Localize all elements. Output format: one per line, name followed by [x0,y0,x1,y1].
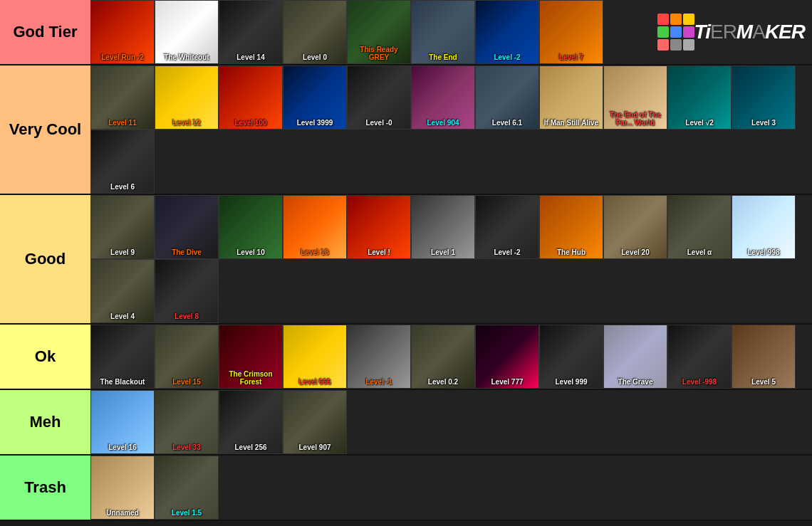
tier-item[interactable]: Level 100 [219,65,283,130]
tier-row-good: GoodLevel 9The DiveLevel 10Level 13Level… [0,195,812,325]
tier-item[interactable]: The Crimson Forest [219,325,283,389]
tier-item[interactable]: Level 14 [219,0,283,64]
tier-item[interactable]: Level 0 [283,0,347,64]
tier-item[interactable]: The End [411,0,475,64]
tier-items-ok: The BlackoutLevel 15The Crimson ForestLe… [90,325,812,389]
tier-label-trash: Trash [0,456,90,520]
tiermaker-logo: TiERMAKER [603,0,812,64]
tier-item[interactable]: Level 998 [732,195,796,259]
tier-row-ok: OkThe BlackoutLevel 15The Crimson Forest… [0,325,812,390]
tier-item[interactable]: Level 10 [219,195,283,259]
tier-row-meh: MehLevel 16Level 33Level 256Level 907 [0,390,812,456]
tier-item[interactable]: Level -2 [475,0,539,64]
tier-items-god: Level Run -2The WhiteoutLevel 14Level 0T… [90,0,812,64]
tier-item[interactable]: Level 12 [155,65,219,130]
tier-item[interactable]: Level 20 [603,195,667,259]
tier-item[interactable]: The Hub [539,195,603,259]
tier-label-meh: Meh [0,390,90,454]
tier-label-verycool: Very Cool [0,65,90,194]
app: God TierLevel Run -2The WhiteoutLevel 14… [0,0,812,521]
tier-item[interactable]: Level 3999 [283,65,347,130]
tier-items-trash: UnnamedLevel 1.5 [90,456,812,520]
tier-item[interactable]: This Ready GREY [347,0,411,64]
tier-item[interactable]: Level 16 [90,390,155,454]
tier-item[interactable]: Level -0 [347,65,411,130]
tier-label-ok: Ok [0,325,90,389]
tier-label-good: Good [0,195,90,323]
tier-items-verycool: Level 11Level 12Level 100Level 3999Level… [90,65,812,194]
tier-row-trash: TrashUnnamedLevel 1.5 [0,456,812,521]
tier-item[interactable]: Level 11 [90,65,155,130]
tier-item[interactable]: Unnamed [90,456,155,520]
tier-item[interactable]: Level -998 [667,325,732,389]
tier-item[interactable]: Level -1 [347,325,411,389]
tier-items-good: Level 9The DiveLevel 10Level 13Level !Le… [90,195,812,323]
tier-label-god: God Tier [0,0,90,64]
tier-item[interactable]: Level -2 [475,195,539,259]
tier-item[interactable]: Level 6 [90,130,155,194]
tier-item[interactable]: Level 6.1 [475,65,539,130]
tier-item[interactable]: Level ! [347,195,411,259]
tier-item[interactable]: The Whiteout [155,0,219,64]
tier-item[interactable]: The Dive [155,195,219,259]
tier-row-verycool: Very CoolLevel 11Level 12Level 100Level … [0,65,812,195]
tier-item[interactable]: Level 666 [283,325,347,389]
tier-item[interactable]: Level 8 [155,259,219,323]
tier-item[interactable]: The Grave [603,325,667,389]
tier-item[interactable]: Level 15 [155,325,219,389]
tier-item[interactable]: Level 0.2 [411,325,475,389]
tier-item[interactable]: The End of The Far... World [603,65,667,130]
tier-items-meh: Level 16Level 33Level 256Level 907 [90,390,812,454]
tier-item[interactable]: The Blackout [90,325,155,389]
tier-item[interactable]: Level 5 [732,325,796,389]
tier-item[interactable]: Level 1 [411,195,475,259]
tier-item[interactable]: Level 13 [283,195,347,259]
tier-item[interactable]: Level 7 [539,0,603,64]
tier-item[interactable]: Level 907 [283,390,347,454]
tier-item[interactable]: Level 777 [475,325,539,389]
tier-item[interactable]: Level 3 [732,65,796,130]
tier-item[interactable]: Level 904 [411,65,475,130]
tier-row-god: God TierLevel Run -2The WhiteoutLevel 14… [0,0,812,65]
tier-item[interactable]: Level 1.5 [155,456,219,520]
tier-item[interactable]: Level 4 [90,259,155,323]
tier-item[interactable]: Level √2 [667,65,732,130]
tier-item[interactable]: Level 9 [90,195,155,259]
tier-item[interactable]: Level Run -2 [90,0,155,64]
tier-item[interactable]: If Man Still Alive [539,65,603,130]
tier-item[interactable]: Level 256 [219,390,283,454]
tier-item[interactable]: Level 33 [155,390,219,454]
tier-item[interactable]: Level α [667,195,732,259]
tier-item[interactable]: Level 999 [539,325,603,389]
